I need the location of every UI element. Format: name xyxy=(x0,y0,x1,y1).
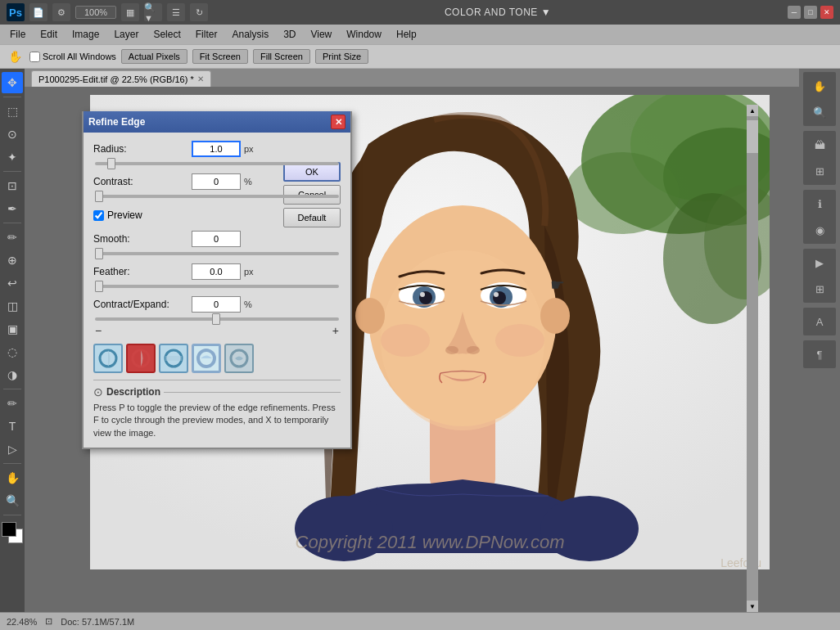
fill-screen-button[interactable]: Fill Screen xyxy=(253,49,310,64)
contrast-input[interactable] xyxy=(192,173,241,190)
file-icon[interactable]: 📄 xyxy=(29,3,47,21)
menu-help[interactable]: Help xyxy=(390,27,423,42)
menu-3d[interactable]: 3D xyxy=(277,27,302,42)
contract-slider-track[interactable] xyxy=(95,317,339,321)
nav-icon[interactable]: ☰ xyxy=(167,3,185,21)
right-panel-group-4: ▶ ⊞ xyxy=(803,249,836,303)
vertical-scrollbar[interactable]: ▲ ▼ xyxy=(747,105,758,612)
eyedropper-tool[interactable]: ✒ xyxy=(2,198,23,219)
rp-play-icon[interactable]: ▶ xyxy=(805,250,834,275)
rp-hand-tool[interactable]: ✋ xyxy=(805,74,834,98)
smooth-input[interactable] xyxy=(192,231,241,247)
tab-close-button[interactable]: ✕ xyxy=(197,74,204,83)
menu-file[interactable]: File xyxy=(3,27,32,42)
refine-edge-dialog: Refine Edge ✕ OK Cancel Default Radius: xyxy=(82,111,352,449)
contract-slider-thumb[interactable] xyxy=(212,313,220,325)
dialog-close-button[interactable]: ✕ xyxy=(331,115,345,129)
description-section: ⊙ Description Press P to toggle the prev… xyxy=(93,380,341,439)
edge-view-btn-2[interactable] xyxy=(126,344,156,373)
contrast-label: Contrast: xyxy=(93,176,192,187)
zoom-tool[interactable]: 🔍 xyxy=(2,490,23,511)
gradient-tool[interactable]: ▣ xyxy=(2,318,23,340)
minus-plus-row: − + xyxy=(93,324,341,337)
zoom-input[interactable]: 100% xyxy=(75,6,116,19)
description-title: Description xyxy=(106,386,160,398)
scroll-down-arrow[interactable]: ▼ xyxy=(747,601,758,612)
svg-point-23 xyxy=(381,324,430,357)
scroll-track[interactable] xyxy=(747,116,758,601)
move-tool[interactable]: ✥ xyxy=(2,72,23,93)
blur-tool[interactable]: ◌ xyxy=(2,341,23,362)
radius-slider-thumb[interactable] xyxy=(107,158,115,169)
feather-slider-track[interactable] xyxy=(95,285,339,288)
dodge-tool[interactable]: ◑ xyxy=(2,364,23,385)
marquee-tool[interactable]: ⬚ xyxy=(2,101,23,122)
minimize-button[interactable]: ─ xyxy=(788,6,801,19)
text-tool[interactable]: T xyxy=(2,416,23,437)
menu-bar: File Edit Image Layer Select Filter Anal… xyxy=(0,25,840,44)
fit-screen-button[interactable]: Fit Screen xyxy=(192,49,248,64)
feather-slider-thumb[interactable] xyxy=(95,281,103,292)
edge-view-btn-3[interactable] xyxy=(159,344,188,373)
edge-view-btn-1[interactable] xyxy=(93,344,123,373)
close-button[interactable]: ✕ xyxy=(820,6,833,19)
brush-tool[interactable]: ✏ xyxy=(2,227,23,248)
edge-view-btn-5[interactable] xyxy=(224,344,254,373)
contrast-slider-track[interactable] xyxy=(95,195,339,198)
smooth-slider-track[interactable] xyxy=(95,252,339,255)
foreground-color-swatch[interactable] xyxy=(2,522,16,537)
menu-layer[interactable]: Layer xyxy=(107,27,145,42)
radius-input[interactable] xyxy=(192,141,241,157)
menu-filter[interactable]: Filter xyxy=(189,27,224,42)
actual-pixels-button[interactable]: Actual Pixels xyxy=(121,49,187,64)
rotate-icon[interactable]: ↻ xyxy=(190,3,208,21)
shape-tool[interactable]: ▷ xyxy=(2,439,23,460)
rp-text-icon[interactable]: A xyxy=(805,309,834,334)
history-brush-tool[interactable]: ↩ xyxy=(2,272,23,294)
rp-zoom-tool[interactable]: 🔍 xyxy=(805,100,834,124)
rp-paragraph-icon[interactable]: ¶ xyxy=(805,342,834,367)
scroll-up-arrow[interactable]: ▲ xyxy=(747,105,758,116)
workspace: ✥ ⬚ ⊙ ✦ ⊡ ✒ ✏ ⊕ ↩ ◫ ▣ ◌ ◑ ✏ T ▷ ✋ 🔍 P100… xyxy=(0,69,840,612)
color-swatches[interactable] xyxy=(2,522,23,543)
menu-view[interactable]: View xyxy=(304,27,338,42)
wand-tool[interactable]: ✦ xyxy=(2,146,23,168)
feather-input[interactable] xyxy=(192,263,241,280)
contrast-slider-thumb[interactable] xyxy=(95,191,103,202)
eraser-tool[interactable]: ◫ xyxy=(2,295,23,317)
print-size-button[interactable]: Print Size xyxy=(315,49,368,64)
rp-info-icon[interactable]: ℹ xyxy=(805,191,834,216)
rp-circle-icon[interactable]: ◉ xyxy=(805,218,834,242)
menu-select[interactable]: Select xyxy=(147,27,187,42)
options-bar: ✋ Scroll All Windows Actual Pixels Fit S… xyxy=(0,44,840,69)
rp-mountain-icon[interactable]: 🏔 xyxy=(805,133,834,157)
document-tab[interactable]: P1000295-Edit.tif @ 22.5% (RGB/16) * ✕ xyxy=(31,70,211,87)
lasso-tool[interactable]: ⊙ xyxy=(2,124,23,145)
menu-analysis[interactable]: Analysis xyxy=(225,27,275,42)
restore-button[interactable]: □ xyxy=(804,6,817,19)
preview-checkbox[interactable] xyxy=(93,210,104,221)
pen-tool[interactable]: ✏ xyxy=(2,393,23,414)
contract-input[interactable] xyxy=(192,296,241,313)
scroll-thumb[interactable] xyxy=(747,120,758,153)
menu-window[interactable]: Window xyxy=(340,27,388,42)
rp-layers-icon[interactable]: ⊞ xyxy=(805,159,834,183)
options-icon[interactable]: ⚙ xyxy=(52,3,70,21)
crop-tool[interactable]: ⊡ xyxy=(2,175,23,196)
hand-tool[interactable]: ✋ xyxy=(2,467,23,488)
minus-label: − xyxy=(95,324,102,337)
edge-view-btn-4[interactable] xyxy=(192,344,221,373)
default-button[interactable]: Default xyxy=(283,208,341,227)
rp-transform-icon[interactable]: ⊞ xyxy=(805,277,834,301)
description-collapse-icon[interactable]: ⊙ xyxy=(93,385,103,398)
menu-edit[interactable]: Edit xyxy=(34,27,64,42)
smooth-slider-thumb[interactable] xyxy=(95,248,103,259)
menu-image[interactable]: Image xyxy=(65,27,106,42)
clone-tool[interactable]: ⊕ xyxy=(2,250,23,271)
contrast-slider-container xyxy=(93,195,341,198)
view-icon[interactable]: ▦ xyxy=(121,3,139,21)
zoom-dropdown[interactable]: 🔍▼ xyxy=(144,3,162,21)
radius-slider-track[interactable] xyxy=(95,162,339,165)
scroll-all-checkbox[interactable] xyxy=(29,52,40,62)
canvas-area: P1000295-Edit.tif @ 22.5% (RGB/16) * ✕ xyxy=(25,69,799,612)
